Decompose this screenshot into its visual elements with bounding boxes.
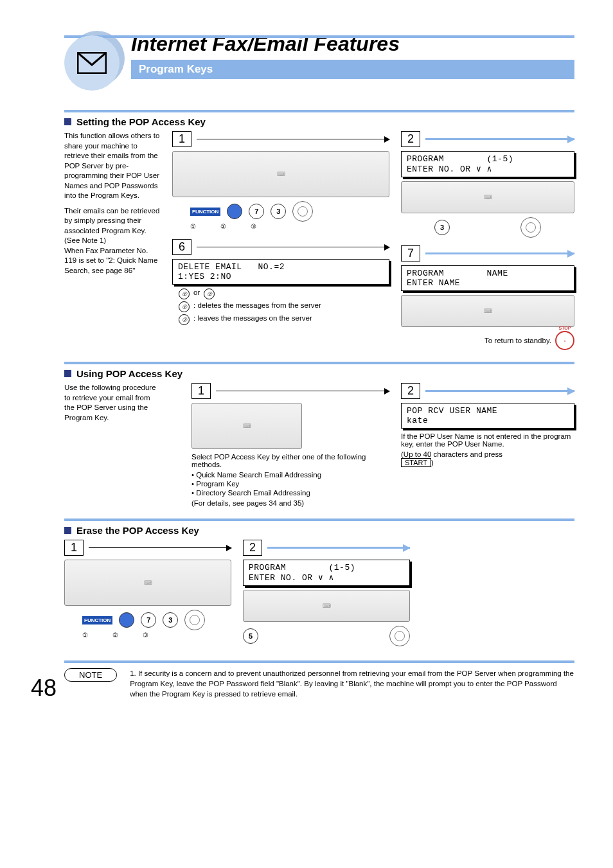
- section-heading-erase: Erase the POP Access Key: [64, 525, 574, 536]
- page-number: 48: [31, 675, 57, 702]
- stop-button-icon: STOP◦: [555, 331, 574, 350]
- step-2: 2: [243, 540, 262, 556]
- step-1: 1: [172, 131, 191, 147]
- function-key-icon: [119, 612, 134, 628]
- mail-icon: [64, 35, 120, 91]
- note-label: NOTE: [64, 668, 117, 682]
- section-heading-setting: Setting the POP Access Key: [64, 116, 574, 127]
- key-3: 3: [271, 204, 286, 219]
- key-5: 5: [243, 628, 258, 644]
- step-1: 1: [64, 540, 84, 556]
- device-illustration: ⌨: [172, 151, 389, 197]
- jog-dial-icon: [520, 217, 541, 238]
- key-7: 7: [141, 612, 156, 628]
- device-illustration-small: ⌨: [243, 590, 410, 622]
- step-1: 1: [191, 383, 211, 399]
- section2-description: Use the following procedure to retrieve …: [64, 383, 161, 507]
- section-heading-using: Using POP Access Key: [64, 368, 574, 379]
- device-illustration: ⌨: [64, 560, 231, 606]
- device-illustration-small: ⌨: [401, 295, 574, 327]
- key-7: 7: [249, 204, 264, 219]
- jog-dial-icon: [292, 201, 313, 222]
- key-3: 3: [163, 612, 178, 628]
- step-2: 2: [401, 131, 420, 147]
- function-key-icon: [227, 204, 242, 219]
- function-key-row: FUNCTION 7 3: [82, 610, 231, 630]
- lcd-display-program-1-5: PROGRAM (1-5) ENTER NO. OR ∨ ∧: [401, 151, 574, 177]
- lcd-display-program-name: PROGRAM NAME ENTER NAME: [401, 265, 574, 291]
- lcd-display-program-1-5: PROGRAM (1-5) ENTER NO. OR ∨ ∧: [243, 560, 410, 586]
- subtitle: Program Keys: [131, 60, 574, 79]
- note-block: NOTE 1. If security is a concern and to …: [64, 668, 574, 699]
- return-standby-text: To return to standby.: [484, 337, 551, 344]
- step-2: 2: [401, 383, 420, 399]
- function-key-row: FUNCTION 7 3: [190, 201, 389, 222]
- device-illustration-small: ⌨: [401, 181, 574, 213]
- key-3: 3: [434, 220, 450, 235]
- section1-description: This function allows others to share you…: [64, 131, 161, 350]
- jog-dial-icon: [389, 626, 410, 646]
- step-7: 7: [401, 245, 420, 261]
- step-6: 6: [172, 239, 191, 255]
- start-key: START: [401, 458, 431, 467]
- lcd-display-pop-rcv: POP RCV USER NAME kate: [401, 403, 574, 429]
- lcd-display-delete-email: DELETE EMAIL NO.=2 1:YES 2:NO: [172, 259, 389, 285]
- jog-dial-icon: [184, 610, 205, 630]
- device-illustration: ⌨: [191, 403, 302, 449]
